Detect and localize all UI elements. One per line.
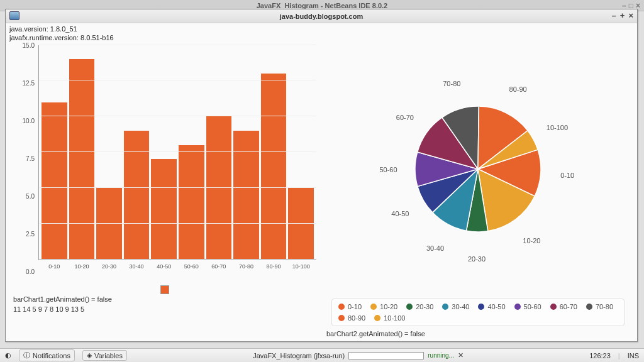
ide-statusbar: ◐ ⓘ Notifications ◈ Variables JavaFX_His… bbox=[0, 348, 644, 362]
pie-slice-label: 80-90 bbox=[509, 85, 527, 93]
pie-slice-label: 0-10 bbox=[560, 172, 574, 179]
bar[interactable] bbox=[233, 131, 259, 260]
bar-status-2: 11 14 5 9 7 8 10 9 13 5 bbox=[13, 304, 316, 314]
pie-slice-label: 60-70 bbox=[396, 114, 414, 121]
legend-label: 60-70 bbox=[560, 303, 577, 310]
task-label: JavaFX_Histogram (jfxsa-run) bbox=[253, 352, 345, 359]
bar-x-labels: 0-1010-2020-3030-4040-5050-6060-7070-808… bbox=[39, 263, 316, 270]
charts-row: 0.02.55.07.510.012.515.0 0-1010-2020-303… bbox=[6, 44, 637, 341]
bar[interactable] bbox=[261, 74, 287, 260]
java-version-line: java.version: 1.8.0_51 bbox=[9, 25, 633, 33]
notifications-label: Notifications bbox=[33, 352, 70, 359]
y-tick: 7.5 bbox=[26, 155, 35, 162]
bar-legend bbox=[13, 285, 316, 294]
legend-dot bbox=[514, 304, 521, 310]
x-tick: 60-70 bbox=[206, 263, 232, 270]
legend-label: 20-30 bbox=[416, 303, 433, 310]
x-tick: 40-50 bbox=[151, 263, 177, 270]
bar-bars bbox=[39, 45, 316, 260]
legend-dot bbox=[442, 304, 448, 310]
bar-chart-area: 0.02.55.07.510.012.515.0 0-1010-2020-303… bbox=[13, 45, 316, 272]
inner-titlebar: java-buddy.blogspot.com – + × bbox=[6, 9, 637, 23]
pie-slice-label: 10-100 bbox=[547, 124, 568, 131]
legend-dot bbox=[374, 315, 380, 321]
info-icon: ⓘ bbox=[23, 351, 30, 360]
variables-button[interactable]: ◈ Variables bbox=[82, 350, 127, 361]
inner-window-controls: – + × bbox=[612, 11, 633, 20]
pie-slice-label: 70-80 bbox=[443, 80, 460, 87]
pie-slice-label: 20-30 bbox=[468, 255, 486, 263]
x-tick: 50-60 bbox=[179, 263, 204, 270]
bar[interactable] bbox=[96, 188, 122, 260]
y-tick: 10.0 bbox=[23, 117, 35, 124]
legend-dot bbox=[338, 315, 345, 321]
pie-slice-label: 10-20 bbox=[523, 237, 540, 244]
bar-chart-panel: 0.02.55.07.510.012.515.0 0-1010-2020-303… bbox=[13, 45, 316, 339]
x-tick: 30-40 bbox=[124, 263, 150, 270]
bar[interactable] bbox=[124, 131, 150, 260]
pie-status-1: barChart2.getAnimated() = false bbox=[326, 329, 630, 339]
legend-item[interactable]: 10-100 bbox=[374, 314, 405, 322]
legend-label: 10-100 bbox=[384, 314, 405, 322]
bar-legend-swatch bbox=[160, 285, 169, 294]
legend-item[interactable]: 40-50 bbox=[478, 303, 505, 310]
pie-slice-label: 50-60 bbox=[379, 166, 397, 173]
legend-item[interactable]: 70-80 bbox=[586, 303, 613, 310]
variables-label: Variables bbox=[94, 352, 123, 359]
legend-item[interactable]: 30-40 bbox=[442, 303, 469, 310]
bar-y-axis: 0.02.55.07.510.012.515.0 bbox=[13, 45, 38, 272]
app-icon bbox=[9, 11, 19, 20]
bar[interactable] bbox=[179, 145, 204, 260]
y-tick: 0.0 bbox=[26, 268, 35, 275]
legend-item[interactable]: 80-90 bbox=[338, 314, 365, 322]
bar-plot: 0-1010-2020-3030-4040-5050-6060-7070-808… bbox=[38, 45, 316, 260]
legend-item[interactable]: 10-20 bbox=[370, 303, 397, 310]
progress-bar[interactable] bbox=[348, 352, 424, 359]
legend-dot bbox=[550, 304, 557, 310]
bar[interactable] bbox=[288, 188, 314, 260]
legend-label: 70-80 bbox=[596, 303, 613, 310]
legend-item[interactable]: 60-70 bbox=[550, 303, 577, 310]
inner-close-icon[interactable]: × bbox=[628, 11, 633, 20]
legend-dot bbox=[586, 304, 592, 310]
notifications-button[interactable]: ⓘ Notifications bbox=[19, 349, 75, 361]
pie-legend: 0-1010-2020-3030-4040-5050-6060-7070-808… bbox=[331, 299, 625, 326]
legend-dot bbox=[370, 304, 377, 310]
bar[interactable] bbox=[151, 159, 177, 259]
x-tick: 10-20 bbox=[69, 263, 95, 270]
app-window: java-buddy.blogspot.com – + × java.versi… bbox=[5, 9, 638, 342]
bar[interactable] bbox=[42, 102, 67, 260]
pie-slice-label: 40-50 bbox=[391, 210, 409, 217]
diamond-icon: ◈ bbox=[87, 351, 92, 359]
legend-dot bbox=[406, 304, 413, 310]
legend-label: 80-90 bbox=[348, 314, 365, 322]
x-tick: 20-30 bbox=[96, 263, 122, 270]
x-tick: 10-100 bbox=[288, 263, 314, 270]
legend-label: 30-40 bbox=[452, 303, 469, 310]
build-task: JavaFX_Histogram (jfxsa-run) running... … bbox=[253, 351, 464, 359]
legend-label: 50-60 bbox=[524, 303, 541, 310]
insert-mode: INS bbox=[628, 352, 639, 359]
task-stop-icon[interactable]: ✕ bbox=[458, 351, 464, 359]
outer-title: JavaFX_Histogram - NetBeans IDE 8.0.2 bbox=[257, 2, 387, 9]
javafx-runtime-line: javafx.runtime.version: 8.0.51-b16 bbox=[9, 33, 633, 42]
legend-item[interactable]: 20-30 bbox=[406, 303, 433, 310]
legend-label: 40-50 bbox=[487, 303, 505, 310]
y-tick: 12.5 bbox=[23, 79, 35, 86]
pie-chart-area: 0-1010-2020-3030-4040-5050-6060-7070-808… bbox=[326, 45, 630, 293]
pie-slice-label: 30-40 bbox=[426, 244, 444, 252]
legend-item[interactable]: 50-60 bbox=[514, 303, 541, 310]
inner-maximize-icon[interactable]: + bbox=[620, 11, 625, 20]
legend-item[interactable]: 0-10 bbox=[338, 303, 362, 310]
y-tick: 15.0 bbox=[23, 41, 35, 48]
bar-status-1: barChart1.getAnimated() = false bbox=[13, 294, 316, 304]
x-tick: 0-10 bbox=[42, 263, 67, 270]
legend-dot bbox=[478, 304, 484, 310]
cursor-position: 126:23 bbox=[589, 352, 611, 359]
inner-title: java-buddy.blogspot.com bbox=[280, 13, 363, 20]
inner-minimize-icon[interactable]: – bbox=[612, 11, 616, 20]
x-tick: 80-90 bbox=[261, 263, 287, 270]
legend-label: 10-20 bbox=[380, 303, 397, 310]
bar[interactable] bbox=[69, 59, 95, 259]
statusbar-circle-icon[interactable]: ◐ bbox=[5, 351, 11, 359]
